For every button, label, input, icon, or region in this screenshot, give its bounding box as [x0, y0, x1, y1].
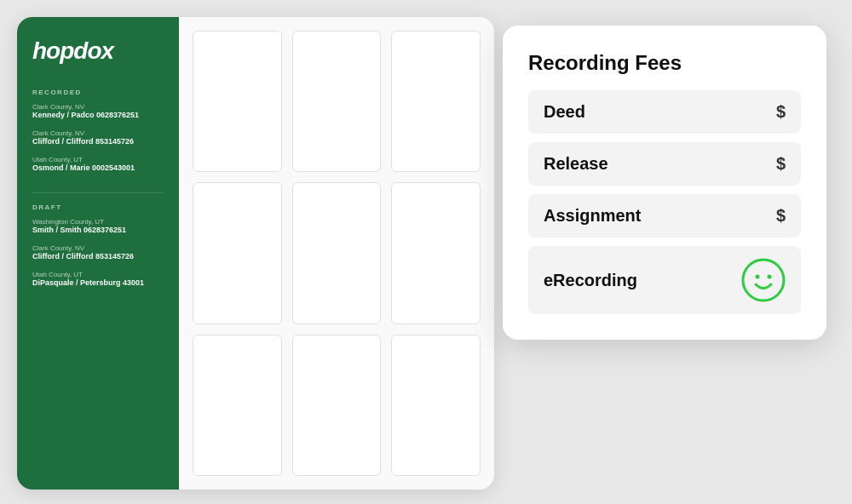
sidebar-item-name: DiPasquale / Petersburg 43001: [32, 278, 164, 287]
svg-point-2: [768, 275, 772, 279]
assignment-fee-row: Assignment $: [528, 194, 801, 238]
grid-item-3: [391, 31, 481, 172]
svg-point-1: [756, 275, 760, 279]
sidebar-recorded-item-3[interactable]: Utah County, UT Osmond / Marie 000254300…: [32, 156, 164, 172]
erecording-row: eRecording: [528, 246, 801, 314]
sidebar-recorded-item-1[interactable]: Clark County, NV Kennedy / Padco 0628376…: [32, 103, 164, 119]
sidebar-draft-item-1[interactable]: Washington County, UT Smith / Smith 0628…: [32, 218, 164, 234]
sidebar-item-county: Clark County, NV: [32, 244, 164, 252]
deed-dollar: $: [776, 102, 786, 122]
grid-item-5: [292, 182, 382, 324]
grid-item-7: [193, 335, 282, 476]
deed-label: Deed: [544, 102, 585, 122]
assignment-label: Assignment: [544, 206, 641, 226]
sidebar-item-name: Clifford / Clifford 853145726: [32, 252, 164, 261]
sidebar-item-county: Clark County, NV: [32, 129, 164, 137]
smiley-icon: [741, 258, 786, 302]
grid-item-8: [292, 335, 382, 476]
grid-item-1: [193, 31, 282, 172]
release-label: Release: [544, 154, 608, 174]
sidebar: hopdox RECORDED Clark County, NV Kennedy…: [17, 17, 179, 490]
recorded-section-label: RECORDED: [32, 89, 164, 96]
sidebar-item-name: Clifford / Clifford 853145726: [32, 137, 164, 146]
assignment-dollar: $: [776, 206, 786, 226]
sidebar-item-name: Kennedy / Padco 0628376251: [32, 111, 164, 119]
sidebar-draft-item-2[interactable]: Clark County, NV Clifford / Clifford 853…: [32, 244, 164, 261]
erecording-label: eRecording: [544, 271, 637, 290]
sidebar-recorded-item-2[interactable]: Clark County, NV Clifford / Clifford 853…: [32, 129, 164, 146]
svg-point-0: [743, 260, 784, 301]
sidebar-item-name: Osmond / Marie 0002543001: [32, 163, 164, 172]
grid-item-6: [391, 182, 481, 324]
draft-section-label: DRAFT: [32, 203, 164, 211]
grid-item-2: [292, 31, 382, 172]
release-fee-row: Release $: [528, 142, 801, 186]
deed-fee-row: Deed $: [528, 90, 801, 134]
sidebar-item-county: Clark County, NV: [32, 103, 164, 111]
app-card: hopdox RECORDED Clark County, NV Kennedy…: [17, 17, 494, 490]
grid-item-4: [193, 182, 282, 324]
sidebar-divider: [32, 192, 164, 193]
grid-item-9: [391, 335, 481, 476]
logo: hopdox: [32, 37, 164, 65]
fees-title: Recording Fees: [528, 51, 801, 75]
sidebar-item-county: Utah County, UT: [32, 156, 164, 163]
sidebar-item-county: Washington County, UT: [32, 218, 164, 226]
main-content-grid: [179, 17, 494, 490]
release-dollar: $: [776, 154, 786, 174]
sidebar-item-name: Smith / Smith 0628376251: [32, 226, 164, 234]
sidebar-draft-item-3[interactable]: Utah County, UT DiPasquale / Petersburg …: [32, 271, 164, 287]
sidebar-item-county: Utah County, UT: [32, 271, 164, 278]
recording-fees-card: Recording Fees Deed $ Release $ Assignme…: [503, 26, 826, 340]
